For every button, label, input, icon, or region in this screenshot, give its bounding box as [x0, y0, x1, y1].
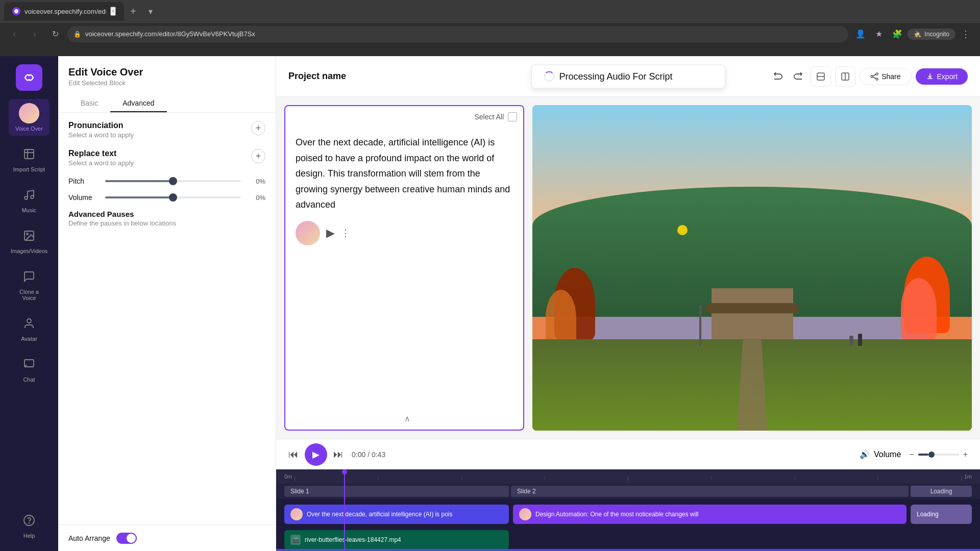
tick [711, 477, 712, 480]
play-main-button[interactable]: ▶ [305, 443, 327, 466]
replace-text-desc: Select a word to apply [68, 159, 134, 167]
timeline-progress-bar [276, 549, 980, 551]
clone-icon [19, 266, 39, 287]
zoom-in-button[interactable]: + [963, 450, 968, 459]
main-content: Project name Processing Audio For Script [276, 56, 980, 551]
track-rows: Over the next decade, artificial intelli… [276, 499, 980, 551]
person-2 [849, 336, 853, 346]
play-controls: ⏮ ▶ ⏭ [288, 443, 344, 466]
script-text[interactable]: Over the next decade, artificial intelli… [296, 135, 513, 213]
edit-panel-subtitle: Edit Selected Block [68, 79, 265, 87]
script-panel[interactable]: Select All Over the next decade, artific… [284, 105, 524, 431]
layout-single-button[interactable] [811, 66, 831, 87]
chevron-up-button[interactable]: ∧ [404, 414, 410, 423]
replace-text-add-button[interactable]: + [251, 149, 265, 163]
pronunciation-label: Pronunciation [68, 121, 134, 130]
share-button[interactable]: Share [860, 68, 911, 85]
sidebar-item-music[interactable]: Music [9, 181, 50, 217]
svg-point-6 [27, 233, 28, 235]
tab-overflow-button[interactable]: ▾ [142, 3, 159, 19]
lock-icon: 🔒 [74, 31, 81, 38]
export-label: Export [937, 72, 958, 81]
chat-label: Chat [23, 377, 35, 383]
track-row-1: Over the next decade, artificial intelli… [284, 503, 972, 525]
pitch-slider-thumb[interactable] [169, 177, 177, 185]
layout-split-button[interactable] [835, 66, 855, 87]
redo-button[interactable] [790, 67, 806, 86]
select-all-checkbox[interactable] [508, 112, 517, 121]
current-time: 0:00 [352, 450, 365, 459]
next-button[interactable]: ⏭ [333, 448, 344, 460]
new-tab-button[interactable]: + [126, 4, 140, 19]
timeline-playhead[interactable] [344, 469, 345, 551]
zoom-thumb[interactable] [928, 452, 935, 458]
advanced-pauses-title: Advanced Pauses [68, 210, 265, 218]
slide-loading-label: Loading [911, 486, 972, 497]
sidebar-item-help[interactable]: Help [9, 506, 50, 543]
svg-line-19 [873, 77, 876, 79]
zoom-out-button[interactable]: − [909, 450, 914, 459]
processing-spinner [544, 71, 554, 82]
track-text-1: Over the next decade, artificial intelli… [307, 511, 452, 518]
playback-bar: ⏮ ▶ ⏭ 0:00 / 0:43 🔊 Volume − + [276, 439, 980, 469]
menu-button[interactable]: ⋮ [958, 26, 974, 42]
pronunciation-desc: Select a word to apply [68, 131, 134, 139]
slide-1-label[interactable]: Slide 1 [284, 486, 509, 497]
track-block-1[interactable]: Over the next decade, artificial intelli… [284, 505, 509, 524]
sidebar-item-chat[interactable]: Chat [9, 350, 50, 387]
auto-arrange-toggle[interactable] [116, 533, 137, 544]
brand-logo [16, 64, 42, 91]
volume-slider-thumb[interactable] [169, 193, 177, 202]
edit-panel-header: Edit Voice Over Edit Selected Block Basi… [58, 56, 276, 113]
sidebar-item-avatar[interactable]: Avatar [9, 309, 50, 346]
tab-favicon [12, 7, 20, 15]
active-tab[interactable]: voiceover.speechify.com/edit... × [4, 2, 124, 20]
forward-button[interactable]: › [27, 26, 43, 42]
svg-point-3 [24, 196, 28, 199]
replace-text-info: Replace text Select a word to apply [68, 149, 134, 167]
bookmark-button[interactable]: ★ [871, 26, 887, 42]
voiceover-avatar [19, 103, 39, 123]
sidebar-item-import[interactable]: Import Script [9, 140, 50, 177]
svg-point-4 [31, 195, 34, 198]
pronunciation-add-button[interactable]: + [251, 121, 265, 135]
tick [545, 477, 545, 480]
sidebar-item-images[interactable]: Images/Videos [9, 221, 50, 258]
file-icon: 🎬 [290, 535, 301, 545]
track-block-loading: Loading [911, 505, 972, 524]
extension-button[interactable]: 🧩 [889, 26, 905, 42]
sidebar-item-voiceover[interactable]: Voice Over [9, 99, 50, 136]
time-separator: / [368, 450, 372, 459]
svg-point-9 [24, 515, 34, 525]
tick [628, 477, 628, 481]
url-bar[interactable]: 🔒 voiceover.speechify.com/editor/8Gy5WvB… [67, 26, 848, 42]
pitch-row: Pitch 0% [68, 177, 265, 185]
advanced-pauses-desc: Define the pauses in below locations [68, 219, 265, 227]
tab-basic[interactable]: Basic [68, 95, 110, 112]
tick [378, 477, 378, 480]
tick [795, 477, 795, 480]
undo-button[interactable] [770, 67, 786, 86]
incognito-button[interactable]: 🕵 Incognito [908, 29, 955, 40]
tick [461, 477, 462, 480]
tab-close-button[interactable]: × [110, 7, 116, 16]
track-block-file[interactable]: 🎬 river-butterflies-leaves-184427.mp4 [284, 530, 509, 549]
reload-button[interactable]: ↻ [47, 26, 63, 42]
timeline: 0m 1m [276, 469, 980, 551]
script-more-button[interactable]: ⋮ [341, 228, 350, 239]
back-button[interactable]: ‹ [6, 26, 22, 42]
tick [878, 477, 878, 480]
tick [295, 477, 295, 481]
slide-2-label[interactable]: Slide 2 [511, 486, 909, 497]
script-play-button[interactable]: ▶ [326, 227, 335, 240]
track-block-2[interactable]: Design Automation: One of the most notic… [513, 505, 906, 524]
select-all-label: Select All [474, 113, 504, 121]
sidebar-item-clone[interactable]: Clone a Voice [9, 262, 50, 305]
export-button[interactable]: Export [916, 68, 968, 85]
profile-button[interactable]: 👤 [852, 26, 869, 42]
prev-button[interactable]: ⏮ [288, 448, 299, 460]
tab-advanced[interactable]: Advanced [110, 95, 166, 112]
zoom-track [918, 454, 959, 456]
svg-point-17 [876, 78, 878, 80]
tree-4 [901, 278, 937, 339]
